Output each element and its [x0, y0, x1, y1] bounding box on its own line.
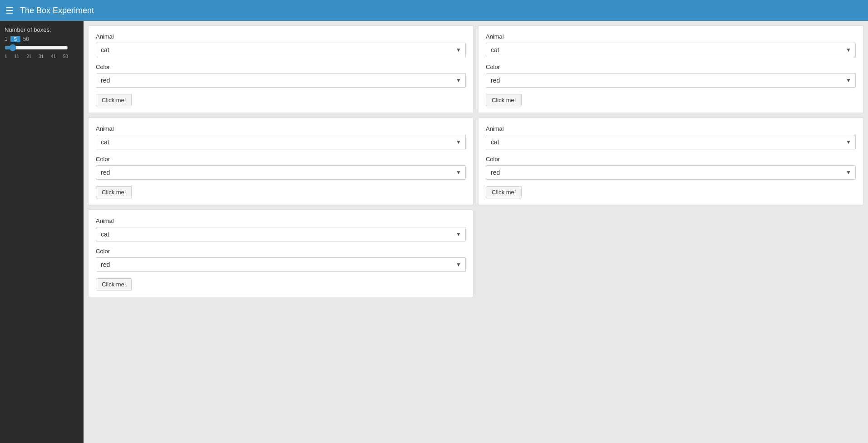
box-card-3: Animal catdogbirdfish ▼ Color redbluegre…	[88, 118, 473, 205]
color-select-wrapper-4: redbluegreenyellowblack ▼	[486, 165, 856, 180]
animal-select-wrapper-5: catdogbirdfish ▼	[96, 227, 466, 241]
color-select-5[interactable]: redbluegreenyellowblack	[96, 257, 466, 272]
animal-select-4[interactable]: catdogbirdfish	[486, 135, 856, 149]
color-select-3[interactable]: redbluegreenyellowblack	[96, 165, 466, 180]
color-select-wrapper-3: redbluegreenyellowblack ▼	[96, 165, 466, 180]
slider-ticks: 1 11 21 31 41 50	[5, 54, 68, 59]
animal-label-2: Animal	[486, 33, 856, 40]
color-label-5: Color	[96, 248, 466, 255]
animal-label-5: Animal	[96, 217, 466, 224]
color-label-2: Color	[486, 64, 856, 70]
layout: Number of boxes: 1 5 50 1 11 21 31 41 50…	[0, 21, 868, 443]
hamburger-icon[interactable]: ☰	[5, 5, 14, 16]
color-select-wrapper-1: redbluegreenyellowblack ▼	[96, 73, 466, 88]
click-button-2[interactable]: Click me!	[486, 94, 522, 106]
slider-max-label: 50	[23, 36, 29, 42]
animal-select-3[interactable]: catdogbirdfish	[96, 135, 466, 149]
color-select-wrapper-5: redbluegreenyellowblack ▼	[96, 257, 466, 272]
color-select-4[interactable]: redbluegreenyellowblack	[486, 165, 856, 180]
animal-select-wrapper-1: catdogbirdfish ▼	[96, 43, 466, 57]
click-button-1[interactable]: Click me!	[96, 94, 132, 106]
color-select-2[interactable]: redbluegreenyellowblack	[486, 73, 856, 88]
color-select-1[interactable]: redbluegreenyellowblack	[96, 73, 466, 88]
animal-select-1[interactable]: catdogbirdfish	[96, 43, 466, 57]
sidebar: Number of boxes: 1 5 50 1 11 21 31 41 50	[0, 21, 84, 443]
box-card-2: Animal catdogbirdfish ▼ Color redbluegre…	[478, 25, 863, 113]
num-boxes-slider[interactable]	[5, 44, 68, 51]
num-boxes-label: Number of boxes:	[5, 26, 79, 33]
color-label-4: Color	[486, 156, 856, 162]
box-card-5: Animal catdogbirdfish ▼ Color redbluegre…	[88, 210, 473, 297]
header: ☰ The Box Experiment	[0, 0, 868, 21]
color-label-1: Color	[96, 64, 466, 70]
click-button-5[interactable]: Click me!	[96, 278, 132, 290]
animal-select-2[interactable]: catdogbirdfish	[486, 43, 856, 57]
color-select-wrapper-2: redbluegreenyellowblack ▼	[486, 73, 856, 88]
color-label-3: Color	[96, 156, 466, 162]
slider-min-label: 1	[5, 36, 8, 42]
animal-label-1: Animal	[96, 33, 466, 40]
animal-select-5[interactable]: catdogbirdfish	[96, 227, 466, 241]
animal-select-wrapper-3: catdogbirdfish ▼	[96, 135, 466, 149]
box-card-1: Animal catdogbirdfish ▼ Color redbluegre…	[88, 25, 473, 113]
animal-label-3: Animal	[96, 125, 466, 132]
click-button-3[interactable]: Click me!	[96, 186, 132, 198]
box-card-4: Animal catdogbirdfish ▼ Color redbluegre…	[478, 118, 863, 205]
animal-label-4: Animal	[486, 125, 856, 132]
main-content: Animal catdogbirdfish ▼ Color redbluegre…	[84, 21, 868, 443]
slider-row: 1 5 50	[5, 36, 79, 42]
animal-select-wrapper-2: catdogbirdfish ▼	[486, 43, 856, 57]
slider-value-badge: 5	[10, 36, 20, 42]
click-button-4[interactable]: Click me!	[486, 186, 522, 198]
animal-select-wrapper-4: catdogbirdfish ▼	[486, 135, 856, 149]
app-title: The Box Experiment	[20, 6, 94, 15]
